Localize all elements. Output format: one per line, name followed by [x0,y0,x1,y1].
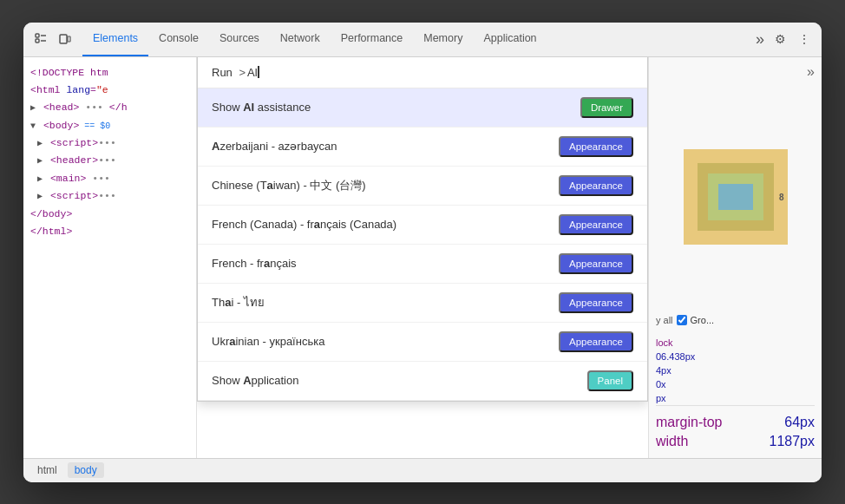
expand-icon[interactable]: » [807,64,815,80]
html-line: ▶ <header>••• [27,152,193,169]
result-item-show-ai[interactable]: Show AI assistance Drawer [198,88,647,128]
filter-all-label: y all [656,315,673,325]
tab-console[interactable]: Console [148,23,209,57]
right-panel: » 8 y all Gro... [648,57,822,458]
html-line: </html> [27,223,193,240]
center-panel: Run > Al Show AI assistance Drawer [197,57,648,458]
html-line: ▶ <head> ••• </h [27,99,193,116]
tab-bar-right: ⚙ ⋮ [770,29,815,49]
appearance-badge-chinese[interactable]: Appearance [559,175,633,196]
svg-rect-5 [68,36,70,42]
tab-bar: Elements Console Sources Network Perform… [23,23,822,57]
html-line: </body> [27,206,193,223]
prop-lock: lock [656,336,815,350]
cursor [258,66,259,78]
svg-rect-4 [60,35,67,43]
prop-size2: 4px [656,363,815,377]
result-label-thai: Thai - ไทย [212,293,265,311]
tab-application[interactable]: Application [473,23,547,57]
command-input-row: Run > Al [198,57,647,88]
result-item-ukrainian[interactable]: Ukrainian - українська Appearance [198,323,647,362]
result-item-show-application[interactable]: Show Application Panel [198,362,647,401]
result-label-french-canada: French (Canada) - français (Canada) [212,218,396,231]
tab-elements[interactable]: Elements [82,23,148,57]
properties-section: lock 06.438px 4px 0x px [656,336,815,405]
result-label-chinese-taiwan: Chinese (Taiwan) - 中文 (台灣) [212,178,366,193]
devtools-window: Elements Console Sources Network Perform… [23,23,822,482]
result-item-french[interactable]: French - français Appearance [198,245,647,284]
result-label-show-ai: Show AI assistance [212,101,311,114]
style-width: width 1187px [656,432,815,451]
html-line: ▼ <body> == $0 [27,117,193,134]
bm-margin: 8 [684,149,788,245]
bm-content [718,184,753,210]
svg-rect-1 [36,39,39,43]
result-label-show-application: Show Application [212,374,298,387]
result-item-thai[interactable]: Thai - ไทย Appearance [198,284,647,323]
appearance-badge-azerbaijani[interactable]: Appearance [559,136,633,157]
html-line: ▶ <script>••• [27,134,193,152]
result-label-french: French - français [212,257,297,270]
tab-performance[interactable]: Performance [331,23,414,57]
html-line: ▶ <main> ••• [27,170,193,187]
cursor-icon[interactable] [30,29,51,49]
svg-rect-0 [36,34,39,37]
appearance-badge-thai[interactable]: Appearance [559,292,633,313]
tab-sources[interactable]: Sources [209,23,270,57]
run-label: Run [212,66,233,79]
bm-border [698,163,774,231]
group-label: Gro... [691,315,715,325]
tab-bar-icons [30,29,75,49]
prop-size4: px [656,391,815,405]
right-panel-header: » [656,64,815,80]
bm-margin-value: 8 [779,193,784,202]
group-checkbox[interactable] [677,315,687,325]
result-label-ukrainian: Ukrainian - українська [212,335,324,348]
panel-badge[interactable]: Panel [587,370,633,391]
main-area: <!DOCTYPE htm <html lang="e ▶ <head> •••… [23,57,822,458]
html-line: <!DOCTYPE htm [27,64,193,82]
left-panel: <!DOCTYPE htm <html lang="e ▶ <head> •••… [23,57,197,458]
tab-network[interactable]: Network [270,23,331,57]
style-margin-top: margin-top 64px [656,413,815,432]
filter-row: y all Gro... [656,315,815,325]
result-item-azerbaijani[interactable]: Azerbaijani - azərbaycan Appearance [198,128,647,167]
prop-size3: 0x [656,377,815,391]
drawer-badge[interactable]: Drawer [580,97,633,118]
tab-memory[interactable]: Memory [413,23,473,57]
tab-overflow-btn[interactable]: » [750,23,770,57]
box-model: 8 [656,87,815,308]
styles-section: margin-top 64px width 1187px [656,405,815,451]
settings-btn[interactable]: ⚙ [770,29,790,49]
device-icon[interactable] [55,29,75,49]
result-label-azerbaijani: Azerbaijani - azərbaycan [212,140,337,153]
more-btn[interactable]: ⋮ [794,29,815,49]
tabs: Elements Console Sources Network Perform… [82,23,750,57]
breadcrumb-body[interactable]: body [68,462,104,478]
bm-padding [708,173,763,220]
command-overlay: Run > Al Show AI assistance Drawer [197,57,648,402]
prop-size1: 06.438px [656,350,815,363]
result-item-french-canada[interactable]: French (Canada) - français (Canada) Appe… [198,206,647,245]
appearance-badge-french[interactable]: Appearance [559,253,633,274]
command-input-text: Al [247,66,258,79]
appearance-badge-ukrainian[interactable]: Appearance [559,331,633,352]
html-line: <html lang="e [27,82,193,99]
result-list[interactable]: Show AI assistance Drawer Azerbaijani - … [198,88,647,401]
html-line: ▶ <script>••• [27,187,193,205]
appearance-badge-french-canada[interactable]: Appearance [559,214,633,235]
bottom-bar: html body [23,458,822,482]
result-item-chinese-taiwan[interactable]: Chinese (Taiwan) - 中文 (台灣) Appearance [198,167,647,206]
breadcrumb-html[interactable]: html [30,462,64,478]
